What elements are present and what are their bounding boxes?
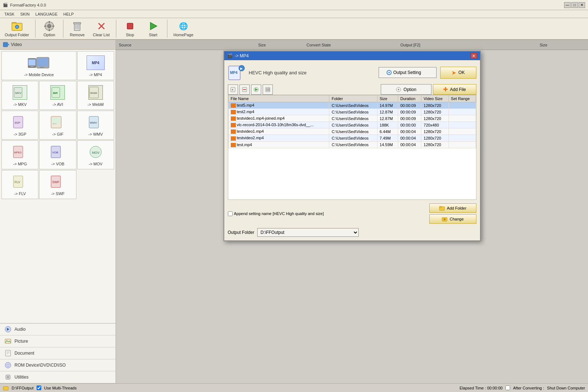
sidebar-item-mp4[interactable]: MP4 -> MP4 (77, 51, 114, 80)
col-folder: Folder (329, 95, 377, 102)
col-video-size: Video Size (421, 95, 449, 102)
sidebar-item-gif[interactable]: GIF -> GIF (39, 111, 76, 140)
modal-overlay: 🎬 -> MP4 ✕ MP4 ▶ (116, 40, 588, 383)
modal-close-btn[interactable]: ✕ (471, 53, 477, 59)
homepage-label: HomePage (174, 33, 193, 37)
svg-rect-55 (5, 350, 11, 356)
svg-rect-76 (266, 88, 268, 91)
modal-icon: 🎬 (227, 53, 233, 58)
table-row[interactable]: testvideo1.mp4-joined.mp4 C:\Users\Sed\V… (228, 115, 476, 122)
minimize-btn[interactable]: — (564, 2, 571, 8)
multi-threads-checkbox[interactable] (37, 385, 41, 390)
nav-picture[interactable]: Picture (0, 335, 116, 347)
cell-size: 14.59M (377, 141, 398, 148)
modal-format-icon: MP4 ▶ (228, 64, 245, 81)
maximize-btn[interactable]: □ (571, 2, 578, 8)
homepage-icon: 🌐 (178, 20, 189, 32)
output-setting-btn[interactable]: Output Setting (379, 67, 437, 78)
ok-btn[interactable]: ➤ OK (440, 67, 476, 79)
change-btn[interactable]: Change (429, 214, 476, 224)
sidebar-item-swf[interactable]: SWF -> SWF (39, 170, 76, 199)
mpg-label: -> MPG (13, 162, 27, 166)
menu-skin[interactable]: SKIN (17, 11, 33, 17)
cell-video-size: 1280x720 (421, 141, 449, 148)
mov-icon: MOV (85, 144, 107, 160)
sidebar-item-flv[interactable]: FLV -> FLV (1, 170, 38, 199)
sidebar-item-mobile[interactable]: -> Mobile Device (1, 51, 76, 80)
remove-small-btn[interactable] (239, 84, 250, 95)
play-small-btn[interactable] (251, 84, 261, 95)
after-converting-checkbox[interactable] (505, 385, 510, 390)
sidebar-item-webm[interactable]: WebM -> WebM (77, 81, 114, 110)
sidebar-item-vob[interactable]: VOB -> VOB (39, 140, 76, 169)
cell-set-range (449, 122, 476, 128)
avi-label: -> AVI (53, 102, 63, 107)
mkv-label: -> MKV (13, 102, 27, 107)
video-items-grid: -> Mobile Device MP4 -> MP4 MKV -> MKV (0, 50, 116, 201)
cell-size: 12.87M (377, 109, 398, 115)
cell-set-range (449, 115, 476, 122)
sidebar-item-3gp[interactable]: 3GP -> 3GP (1, 111, 38, 140)
small-btns: + (228, 84, 273, 95)
wmv-icon: WMV (85, 114, 107, 131)
table-row[interactable]: test.mp4 C:\Users\Sed\Videos 14.59M 00:0… (228, 141, 476, 148)
swf-label: -> SWF (51, 191, 65, 196)
rom-icon (4, 362, 12, 369)
table-row[interactable]: vlc-record-2014-04-03-10h18m36s-dvd__...… (228, 122, 476, 128)
cell-video-size: 720x480 (421, 122, 449, 128)
ok-icon: ➤ (451, 69, 456, 76)
add-small-btn[interactable]: + (228, 84, 238, 95)
append-checkbox[interactable] (228, 211, 233, 216)
col-duration: Duration (398, 95, 421, 102)
sidebar-item-mkv[interactable]: MKV -> MKV (1, 81, 38, 110)
svg-text:+: + (232, 88, 234, 92)
status-output-folder: D:\FFOutput (12, 386, 34, 390)
nav-utilities[interactable]: Utilities (0, 371, 116, 383)
svg-point-60 (7, 364, 9, 366)
table-row[interactable]: test5.mp4 C:\Users\Sed\Videos 14.97M 00:… (228, 102, 476, 109)
settings-small-btn[interactable] (263, 84, 273, 95)
svg-text:▶: ▶ (240, 67, 243, 70)
homepage-btn[interactable]: 🌐 HomePage (170, 18, 197, 39)
add-file-btn[interactable]: ✚ Add File (433, 84, 476, 95)
status-left: D:\FFOutput Use Multi-Threads (3, 385, 76, 391)
table-row[interactable]: testvideo2.mp4 C:\Users\Sed\Videos 7.49M… (228, 135, 476, 141)
svg-rect-23 (29, 59, 36, 66)
option-modal-btn[interactable]: Option (381, 84, 431, 95)
document-icon (4, 350, 12, 357)
menu-task[interactable]: TASK (1, 11, 17, 17)
shut-down-label: Shut Down Computer (547, 386, 585, 390)
cell-folder: C:\Users\Sed\Videos (329, 135, 377, 141)
sidebar: Video -> Mobile Device (0, 40, 116, 383)
sidebar-item-wmv[interactable]: WMV -> WMV (77, 111, 114, 140)
menu-help[interactable]: HELP (61, 11, 77, 17)
add-folder-label: Add Folder (447, 206, 467, 210)
menu-language[interactable]: LANGUAGE (33, 11, 61, 17)
stop-icon (124, 20, 136, 32)
table-row[interactable]: testvideo1.mp4 C:\Users\Sed\Videos 6.44M… (228, 128, 476, 135)
table-row[interactable]: test2.mp4 C:\Users\Sed\Videos 12.87M 00:… (228, 109, 476, 115)
app-icon: 🎬 (3, 3, 8, 7)
mp4-label: -> MP4 (89, 73, 102, 77)
output-path-dropdown[interactable]: D:\FFOutput (257, 228, 359, 237)
cell-folder: C:\Users\Sed\Videos (329, 115, 377, 122)
nav-audio[interactable]: Audio (0, 323, 116, 335)
output-folder-btn[interactable]: Output Folder (1, 18, 32, 39)
cell-video-size: 1280x720 (421, 109, 449, 115)
sidebar-item-mov[interactable]: MOV -> MOV (77, 140, 114, 169)
append-check-label: Append setting name [HEVC High quality a… (234, 211, 324, 216)
picture-icon (4, 338, 12, 345)
content-area: Source Size Convert State Output [F2] Si… (116, 40, 588, 383)
remove-btn[interactable]: Remove (66, 18, 88, 39)
start-btn[interactable]: Start (142, 18, 164, 39)
close-btn[interactable]: ✕ (579, 2, 585, 8)
sidebar-item-mpg[interactable]: MPEG -> MPG (1, 140, 38, 169)
option-btn[interactable]: Option (38, 18, 60, 39)
add-folder-btn[interactable]: Add Folder (429, 203, 476, 213)
clear-list-btn[interactable]: Clear List (89, 18, 113, 39)
gif-label: -> GIF (52, 132, 63, 136)
stop-btn[interactable]: Stop (119, 18, 141, 39)
nav-rom[interactable]: ROM Device\DVD\CD\ISO (0, 359, 116, 371)
sidebar-item-avi[interactable]: AVI -> AVI (39, 81, 76, 110)
nav-document[interactable]: Document (0, 347, 116, 359)
